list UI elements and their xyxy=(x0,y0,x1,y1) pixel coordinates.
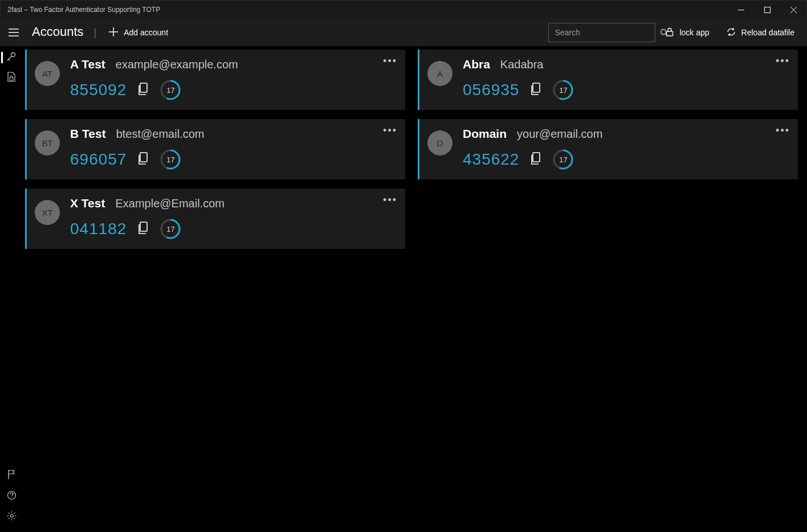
account-card[interactable]: BT B Test btest@email.com 696057 xyxy=(25,119,405,179)
copy-code-button[interactable] xyxy=(137,221,149,237)
avatar: XT xyxy=(35,200,60,225)
countdown-seconds: 17 xyxy=(559,86,567,95)
card-more-button[interactable]: ••• xyxy=(383,125,397,137)
sidebar-item-feedback[interactable] xyxy=(0,465,23,486)
account-name: Abra xyxy=(463,58,490,71)
svg-line-14 xyxy=(9,59,10,60)
refresh-icon xyxy=(727,27,736,38)
lock-icon xyxy=(666,27,674,38)
avatar: D xyxy=(427,130,453,155)
account-subtitle: your@email.com xyxy=(517,128,602,141)
account-name: Domain xyxy=(463,127,507,141)
account-subtitle: Kadabra xyxy=(500,58,544,71)
window-title: 2fast – Two Factor Authenticator Support… xyxy=(7,6,160,14)
card-more-button[interactable]: ••• xyxy=(776,125,790,137)
help-icon xyxy=(7,490,17,502)
avatar: A xyxy=(427,61,453,86)
copy-icon xyxy=(137,82,149,98)
more-icon: ••• xyxy=(383,194,397,206)
titlebar: 2fast – Two Factor Authenticator Support… xyxy=(0,0,807,19)
svg-rect-40 xyxy=(140,222,147,231)
copy-icon xyxy=(137,152,149,167)
account-name: X Test xyxy=(70,197,105,210)
flag-icon xyxy=(7,469,16,482)
account-card[interactable]: AT A Test example@example.com 855092 xyxy=(25,50,405,110)
svg-line-24 xyxy=(9,513,10,514)
account-card[interactable]: XT X Test Example@Email.com 041182 xyxy=(25,189,405,249)
maximize-button[interactable] xyxy=(754,1,780,19)
countdown-ring: 17 xyxy=(552,79,574,101)
hamburger-menu-button[interactable] xyxy=(0,19,27,46)
sidebar xyxy=(0,46,23,532)
account-subtitle: Example@Email.com xyxy=(115,197,224,210)
countdown-seconds: 17 xyxy=(166,225,174,234)
more-icon: ••• xyxy=(383,125,397,136)
page-title: Accounts xyxy=(31,24,87,40)
toolbar: Accounts | Add account lock app Reload d… xyxy=(0,19,807,46)
countdown-ring: 17 xyxy=(552,149,574,170)
copy-code-button[interactable] xyxy=(137,82,149,98)
add-account-button[interactable]: Add account xyxy=(103,24,174,42)
svg-rect-31 xyxy=(533,83,540,92)
account-name: B Test xyxy=(70,127,106,141)
svg-rect-34 xyxy=(140,153,147,162)
copy-icon xyxy=(137,221,149,237)
card-more-button[interactable]: ••• xyxy=(383,194,397,206)
accounts-grid: AT A Test example@example.com 855092 xyxy=(23,46,807,532)
svg-rect-15 xyxy=(10,77,13,80)
sidebar-item-help[interactable] xyxy=(0,486,23,506)
sidebar-item-accounts[interactable] xyxy=(0,47,23,68)
account-card[interactable]: A Abra Kadabra 056935 17 xyxy=(418,50,798,110)
totp-code: 696057 xyxy=(70,150,127,169)
account-subtitle: example@example.com xyxy=(116,58,238,71)
file-lock-icon xyxy=(7,72,16,84)
totp-code: 435622 xyxy=(463,150,519,169)
account-name: A Test xyxy=(70,58,105,71)
toolbar-separator: | xyxy=(91,27,100,39)
svg-line-27 xyxy=(9,518,10,519)
more-icon: ••• xyxy=(776,55,790,67)
lock-app-label: lock app xyxy=(679,28,709,37)
copy-code-button[interactable] xyxy=(529,82,542,98)
minimize-button[interactable] xyxy=(728,1,754,19)
more-icon: ••• xyxy=(383,55,397,67)
sidebar-item-settings[interactable] xyxy=(0,506,23,527)
svg-point-12 xyxy=(11,53,15,57)
search-box[interactable] xyxy=(548,23,655,42)
reload-label: Reload datafile xyxy=(741,28,794,37)
svg-line-26 xyxy=(14,513,15,514)
reload-datafile-button[interactable]: Reload datafile xyxy=(720,24,801,42)
settings-icon xyxy=(7,511,17,523)
account-subtitle: btest@email.com xyxy=(116,128,205,141)
card-more-button[interactable]: ••• xyxy=(776,55,790,67)
countdown-ring: 17 xyxy=(160,218,181,240)
key-icon xyxy=(6,51,17,64)
svg-point-18 xyxy=(11,497,11,497)
copy-code-button[interactable] xyxy=(137,152,149,167)
totp-code: 056935 xyxy=(463,81,519,99)
search-input[interactable] xyxy=(549,28,660,37)
window-controls xyxy=(728,1,806,19)
svg-rect-37 xyxy=(533,153,540,162)
svg-rect-11 xyxy=(667,31,673,36)
sidebar-item-datafile[interactable] xyxy=(0,68,23,88)
svg-point-19 xyxy=(10,514,13,517)
countdown-ring: 17 xyxy=(160,79,181,101)
card-more-button[interactable]: ••• xyxy=(383,55,397,67)
totp-code: 041182 xyxy=(70,220,127,238)
svg-rect-1 xyxy=(764,7,770,13)
countdown-seconds: 17 xyxy=(166,86,174,95)
copy-icon xyxy=(529,152,542,167)
totp-code: 855092 xyxy=(70,81,127,99)
svg-rect-28 xyxy=(140,83,147,92)
account-card[interactable]: D Domain your@email.com 435622 xyxy=(418,119,798,179)
lock-app-button[interactable]: lock app xyxy=(659,24,716,42)
copy-icon xyxy=(529,82,542,98)
svg-line-25 xyxy=(14,518,15,519)
copy-code-button[interactable] xyxy=(529,152,542,167)
add-account-label: Add account xyxy=(124,28,168,37)
close-button[interactable] xyxy=(780,1,806,19)
countdown-seconds: 17 xyxy=(166,155,174,164)
more-icon: ••• xyxy=(776,125,790,136)
countdown-seconds: 17 xyxy=(559,155,567,164)
